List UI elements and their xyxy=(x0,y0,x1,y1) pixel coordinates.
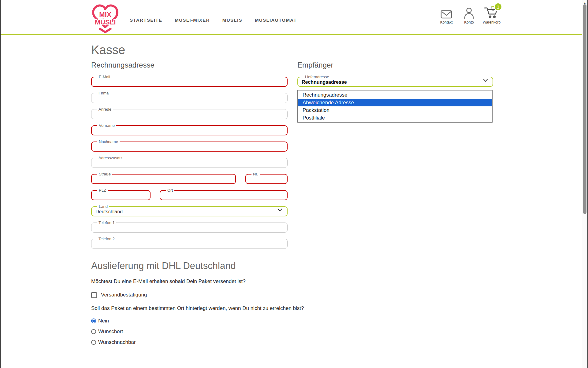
housenumber-input[interactable] xyxy=(250,176,283,182)
logo-text-line1: MIX xyxy=(99,11,111,18)
dhl-section: Auslieferung mit DHL Deutschland Möchtes… xyxy=(91,261,495,345)
field-company: Firma xyxy=(91,91,288,103)
radio-option-wunschort[interactable]: Wunschort xyxy=(91,329,495,334)
person-icon xyxy=(464,7,474,19)
zip-label: PLZ xyxy=(97,188,108,193)
email-label: E-Mail xyxy=(97,75,112,79)
drop-location-radio-group: Nein Wunschort Wunschnachbar xyxy=(91,318,495,345)
radio-nein[interactable] xyxy=(91,318,96,323)
radio-wunschort[interactable] xyxy=(91,329,96,334)
city-input[interactable] xyxy=(164,193,283,199)
cart-count-badge: 1 xyxy=(494,2,502,11)
page-title: Kasse xyxy=(91,43,495,57)
drop-location-question: Soll das Paket an einem bestimmten Ort h… xyxy=(91,305,495,311)
contact-button[interactable]: Kontakt xyxy=(437,6,456,24)
checkout-page: Kasse Rechnungsadresse E-Mail Firma Anre… xyxy=(91,36,495,350)
nav-item-startseite[interactable]: STARTSEITE xyxy=(130,17,162,23)
country-select[interactable]: Land Deutschland xyxy=(91,204,288,216)
nav-item-muesliautomat[interactable]: MÜSLIAUTOMAT xyxy=(255,17,297,23)
nav-item-muesli-mixer[interactable]: MÜSLI-MIXER xyxy=(175,17,210,23)
company-label: Firma xyxy=(97,91,110,95)
address-extra-label: Adresszusatz xyxy=(97,156,124,160)
street-input[interactable] xyxy=(95,176,232,182)
field-email: E-Mail xyxy=(91,75,288,87)
radio-option-nein[interactable]: Nein xyxy=(91,318,495,324)
main-nav: STARTSEITE MÜSLI-MIXER MÜSLIS MÜSLIAUTOM… xyxy=(130,17,297,23)
account-label: Konto xyxy=(464,20,474,24)
shipping-email-question: Möchtest Du eine E-Mail erhalten sobald … xyxy=(91,278,495,285)
country-label: Land xyxy=(97,204,109,209)
street-label: Straße xyxy=(97,172,112,176)
field-firstname: Vorname xyxy=(91,123,288,135)
email-input[interactable] xyxy=(95,79,283,85)
radio-option-wunschnachbar[interactable]: Wunschnachbar xyxy=(91,340,495,345)
phone1-input[interactable] xyxy=(95,225,284,231)
city-row: PLZ Ort xyxy=(91,188,288,200)
dropdown-option-postfiliale[interactable]: Postfiliale xyxy=(298,114,492,122)
recipient-section: Empfänger Lieferadresse Rechnungsadresse… xyxy=(297,61,493,91)
phone2-input[interactable] xyxy=(95,241,284,247)
dropdown-option-abweichende-adresse[interactable]: Abweichende Adresse xyxy=(298,99,492,106)
salutation-input[interactable] xyxy=(95,112,284,118)
lastname-label: Nachname xyxy=(97,139,120,144)
billing-heading: Rechnungsadresse xyxy=(91,61,288,69)
lastname-input[interactable] xyxy=(95,144,283,150)
dhl-heading: Auslieferung mit DHL Deutschland xyxy=(91,261,495,271)
logo-text-line2: MÜSLI xyxy=(95,18,116,26)
company-input[interactable] xyxy=(95,95,284,101)
cart-button[interactable]: Warenkorb 1 xyxy=(482,6,501,24)
delivery-address-select[interactable]: Lieferadresse Rechnungsadresse xyxy=(297,75,493,87)
vertical-scrollbar[interactable]: ▲ xyxy=(582,0,587,368)
radio-nein-label: Nein xyxy=(98,318,109,324)
heart-logo-icon: MIX MÜSLI xyxy=(91,2,120,34)
field-phone2: Telefon 2 xyxy=(91,237,288,249)
radio-wunschort-label: Wunschort xyxy=(98,329,123,335)
billing-address-section: Rechnungsadresse E-Mail Firma Anrede xyxy=(91,61,288,253)
firstname-label: Vorname xyxy=(97,123,116,128)
delivery-address-label: Lieferadresse xyxy=(303,75,331,79)
account-button[interactable]: Konto xyxy=(460,6,478,24)
cart-label: Warenkorb xyxy=(483,20,501,24)
recipient-heading: Empfänger xyxy=(297,61,493,69)
field-salutation: Anrede xyxy=(91,107,288,119)
phone1-label: Telefon 1 xyxy=(97,220,116,225)
field-lastname: Nachname xyxy=(91,139,288,152)
dropdown-option-packstation[interactable]: Packstation xyxy=(298,106,492,114)
scrollbar-thumb[interactable] xyxy=(583,4,586,214)
nav-item-mueslis[interactable]: MÜSLIS xyxy=(222,17,242,23)
firstname-input[interactable] xyxy=(95,128,283,134)
dropdown-option-rechnungsadresse[interactable]: Rechnungsadresse xyxy=(298,91,492,99)
radio-wunschnachbar[interactable] xyxy=(91,340,96,345)
city-label: Ort xyxy=(166,188,174,193)
salutation-label: Anrede xyxy=(97,107,113,112)
shipping-confirmation-checkbox[interactable] xyxy=(91,292,97,298)
country-value: Deutschland xyxy=(95,209,123,215)
field-phone1: Telefon 1 xyxy=(91,220,288,233)
street-row: Straße Nr. xyxy=(91,172,288,184)
contact-label: Kontakt xyxy=(440,20,453,24)
shop-logo[interactable]: MIX MÜSLI xyxy=(91,2,120,34)
address-extra-input[interactable] xyxy=(95,160,284,166)
radio-wunschnachbar-label: Wunschnachbar xyxy=(98,339,136,345)
header: MIX MÜSLI STARTSEITE MÜSLI-MIXER MÜSLIS … xyxy=(0,0,588,35)
zip-input[interactable] xyxy=(95,193,146,199)
phone2-label: Telefon 2 xyxy=(97,237,116,241)
delivery-address-value: Rechnungsadresse xyxy=(302,79,347,85)
shipping-confirmation-label: Versandbestätigung xyxy=(101,292,147,298)
window-left-edge xyxy=(0,0,1,368)
shipping-confirmation-option[interactable]: Versandbestätigung xyxy=(91,292,495,298)
housenumber-label: Nr. xyxy=(251,172,260,176)
field-address-extra: Adresszusatz xyxy=(91,156,288,168)
delivery-address-dropdown: Rechnungsadresse Abweichende Adresse Pac… xyxy=(297,90,493,123)
envelope-icon xyxy=(441,10,452,19)
header-actions: Kontakt Konto Warenkorb xyxy=(437,6,501,24)
